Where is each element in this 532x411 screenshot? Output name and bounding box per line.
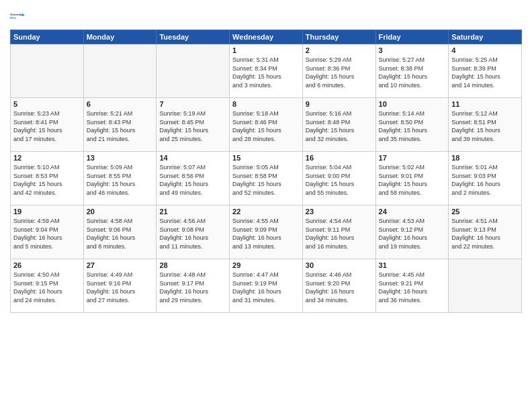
calendar-cell: 3Sunrise: 5:27 AM Sunset: 8:38 PM Daylig… [375, 44, 449, 98]
calendar-cell: 13Sunrise: 5:09 AM Sunset: 8:55 PM Dayli… [83, 152, 157, 205]
day-number: 17 [379, 154, 446, 162]
calendar-cell: 12Sunrise: 5:10 AM Sunset: 8:53 PM Dayli… [11, 152, 84, 205]
day-info: Sunrise: 5:23 AM Sunset: 8:41 PM Dayligh… [13, 109, 81, 143]
header-thursday: Thursday [302, 30, 375, 44]
calendar-cell [11, 44, 84, 98]
day-number: 20 [87, 208, 154, 216]
day-info: Sunrise: 4:47 AM Sunset: 9:19 PM Dayligh… [232, 271, 300, 304]
calendar-cell: 7Sunrise: 5:19 AM Sunset: 8:45 PM Daylig… [157, 98, 230, 152]
day-info: Sunrise: 4:45 AM Sunset: 9:21 PM Dayligh… [379, 271, 446, 304]
day-info: Sunrise: 4:54 AM Sunset: 9:11 PM Dayligh… [306, 217, 373, 250]
day-number: 7 [159, 100, 226, 108]
day-info: Sunrise: 4:50 AM Sunset: 9:15 PM Dayligh… [13, 271, 81, 304]
calendar-page: GeneralBlue SundayMondayTuesdayWednesday… [0, 0, 532, 411]
header-row: SundayMondayTuesdayWednesdayThursdayFrid… [11, 30, 522, 44]
header-monday: Monday [83, 30, 157, 44]
calendar-cell: 5Sunrise: 5:23 AM Sunset: 8:41 PM Daylig… [11, 98, 84, 152]
calendar-cell: 14Sunrise: 5:07 AM Sunset: 8:56 PM Dayli… [157, 152, 230, 205]
day-info: Sunrise: 4:51 AM Sunset: 9:13 PM Dayligh… [451, 217, 519, 250]
calendar-cell: 17Sunrise: 5:02 AM Sunset: 9:01 PM Dayli… [375, 152, 449, 205]
day-info: Sunrise: 4:59 AM Sunset: 9:04 PM Dayligh… [13, 217, 81, 250]
day-info: Sunrise: 5:27 AM Sunset: 8:38 PM Dayligh… [379, 56, 446, 89]
day-info: Sunrise: 5:04 AM Sunset: 9:00 PM Dayligh… [306, 163, 373, 197]
calendar-cell: 8Sunrise: 5:18 AM Sunset: 8:46 PM Daylig… [230, 98, 303, 152]
day-number: 18 [451, 154, 519, 162]
day-number: 24 [379, 208, 446, 216]
day-info: Sunrise: 4:58 AM Sunset: 9:06 PM Dayligh… [87, 217, 154, 250]
day-number: 26 [13, 261, 81, 269]
calendar-cell: 15Sunrise: 5:05 AM Sunset: 8:58 PM Dayli… [230, 152, 303, 205]
day-number: 22 [232, 208, 300, 216]
calendar-cell [83, 44, 157, 98]
day-info: Sunrise: 5:29 AM Sunset: 8:36 PM Dayligh… [306, 56, 373, 89]
calendar-cell: 19Sunrise: 4:59 AM Sunset: 9:04 PM Dayli… [11, 205, 84, 259]
header-tuesday: Tuesday [157, 30, 230, 44]
week-row-5: 26Sunrise: 4:50 AM Sunset: 9:15 PM Dayli… [11, 259, 522, 313]
day-info: Sunrise: 4:56 AM Sunset: 9:08 PM Dayligh… [159, 217, 226, 250]
header-wednesday: Wednesday [230, 30, 303, 44]
day-info: Sunrise: 4:53 AM Sunset: 9:12 PM Dayligh… [379, 217, 446, 250]
calendar-cell [449, 259, 522, 313]
week-row-1: 1Sunrise: 5:31 AM Sunset: 8:34 PM Daylig… [11, 44, 522, 98]
calendar-cell: 16Sunrise: 5:04 AM Sunset: 9:00 PM Dayli… [302, 152, 375, 205]
day-info: Sunrise: 4:46 AM Sunset: 9:20 PM Dayligh… [306, 271, 373, 304]
day-info: Sunrise: 5:07 AM Sunset: 8:56 PM Dayligh… [159, 163, 226, 197]
day-number: 29 [232, 261, 300, 269]
day-number: 13 [87, 154, 154, 162]
day-number: 3 [379, 46, 446, 54]
day-number: 27 [87, 261, 154, 269]
header-sunday: Sunday [11, 30, 84, 44]
calendar-cell [157, 44, 230, 98]
day-info: Sunrise: 4:55 AM Sunset: 9:09 PM Dayligh… [232, 217, 300, 250]
calendar-cell: 27Sunrise: 4:49 AM Sunset: 9:16 PM Dayli… [83, 259, 157, 313]
logo-icon: GeneralBlue [10, 7, 29, 26]
header-friday: Friday [375, 30, 449, 44]
day-info: Sunrise: 5:19 AM Sunset: 8:45 PM Dayligh… [159, 109, 226, 143]
calendar-table: SundayMondayTuesdayWednesdayThursdayFrid… [10, 30, 522, 313]
day-info: Sunrise: 5:21 AM Sunset: 8:43 PM Dayligh… [87, 109, 154, 143]
day-number: 30 [306, 261, 373, 269]
week-row-3: 12Sunrise: 5:10 AM Sunset: 8:53 PM Dayli… [11, 152, 522, 205]
day-number: 23 [306, 208, 373, 216]
header: GeneralBlue [10, 7, 522, 26]
calendar-cell: 26Sunrise: 4:50 AM Sunset: 9:15 PM Dayli… [11, 259, 84, 313]
header-saturday: Saturday [449, 30, 522, 44]
logo: GeneralBlue [10, 7, 29, 26]
day-info: Sunrise: 5:01 AM Sunset: 9:03 PM Dayligh… [451, 163, 519, 197]
calendar-cell: 23Sunrise: 4:54 AM Sunset: 9:11 PM Dayli… [302, 205, 375, 259]
calendar-cell: 28Sunrise: 4:48 AM Sunset: 9:17 PM Dayli… [157, 259, 230, 313]
day-number: 6 [87, 100, 154, 108]
day-number: 21 [159, 208, 226, 216]
day-number: 9 [306, 100, 373, 108]
day-number: 14 [159, 154, 226, 162]
week-row-2: 5Sunrise: 5:23 AM Sunset: 8:41 PM Daylig… [11, 98, 522, 152]
day-number: 2 [306, 46, 373, 54]
calendar-cell: 9Sunrise: 5:16 AM Sunset: 8:48 PM Daylig… [302, 98, 375, 152]
calendar-cell: 21Sunrise: 4:56 AM Sunset: 9:08 PM Dayli… [157, 205, 230, 259]
calendar-cell: 29Sunrise: 4:47 AM Sunset: 9:19 PM Dayli… [230, 259, 303, 313]
calendar-cell: 24Sunrise: 4:53 AM Sunset: 9:12 PM Dayli… [375, 205, 449, 259]
day-info: Sunrise: 5:31 AM Sunset: 8:34 PM Dayligh… [232, 56, 300, 89]
day-info: Sunrise: 5:09 AM Sunset: 8:55 PM Dayligh… [87, 163, 154, 197]
day-number: 8 [232, 100, 300, 108]
day-number: 1 [232, 46, 300, 54]
day-number: 28 [159, 261, 226, 269]
day-number: 5 [13, 100, 81, 108]
calendar-cell: 11Sunrise: 5:12 AM Sunset: 8:51 PM Dayli… [449, 98, 522, 152]
day-info: Sunrise: 5:10 AM Sunset: 8:53 PM Dayligh… [13, 163, 81, 197]
calendar-cell: 18Sunrise: 5:01 AM Sunset: 9:03 PM Dayli… [449, 152, 522, 205]
calendar-cell: 20Sunrise: 4:58 AM Sunset: 9:06 PM Dayli… [83, 205, 157, 259]
day-info: Sunrise: 5:18 AM Sunset: 8:46 PM Dayligh… [232, 109, 300, 143]
calendar-cell: 4Sunrise: 5:25 AM Sunset: 8:39 PM Daylig… [449, 44, 522, 98]
week-row-4: 19Sunrise: 4:59 AM Sunset: 9:04 PM Dayli… [11, 205, 522, 259]
day-number: 10 [379, 100, 446, 108]
day-info: Sunrise: 5:25 AM Sunset: 8:39 PM Dayligh… [451, 56, 519, 89]
day-number: 19 [13, 208, 81, 216]
day-info: Sunrise: 4:49 AM Sunset: 9:16 PM Dayligh… [87, 271, 154, 304]
calendar-cell: 31Sunrise: 4:45 AM Sunset: 9:21 PM Dayli… [375, 259, 449, 313]
svg-marker-1 [21, 13, 25, 16]
calendar-cell: 22Sunrise: 4:55 AM Sunset: 9:09 PM Dayli… [230, 205, 303, 259]
calendar-cell: 10Sunrise: 5:14 AM Sunset: 8:50 PM Dayli… [375, 98, 449, 152]
day-number: 12 [13, 154, 81, 162]
day-number: 15 [232, 154, 300, 162]
